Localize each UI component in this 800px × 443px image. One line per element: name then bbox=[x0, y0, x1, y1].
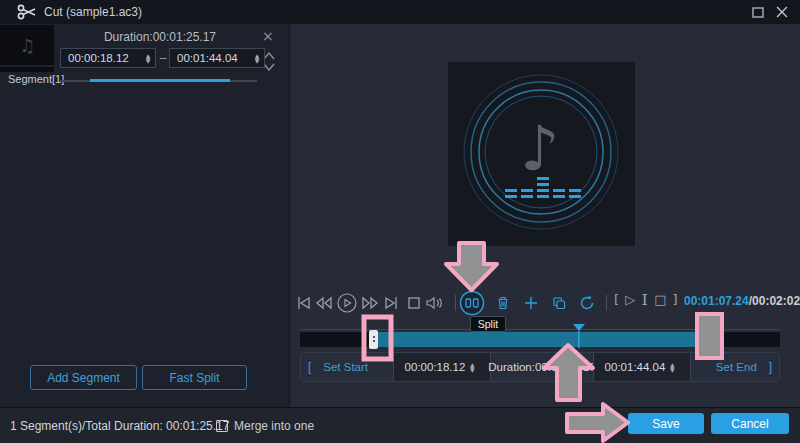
trash-icon bbox=[491, 291, 515, 315]
segment-end-value[interactable]: 00:01:44.04 bbox=[170, 52, 250, 64]
rewind-icon bbox=[315, 295, 333, 311]
segment-start-value[interactable]: 00:00:18.12 bbox=[61, 52, 141, 64]
fast-forward-icon bbox=[361, 295, 379, 311]
trim-end-stepper[interactable]: ▲ ▼ bbox=[665, 362, 679, 372]
timeline-start-handle[interactable] bbox=[369, 330, 378, 349]
timeline-selection[interactable] bbox=[373, 332, 696, 347]
audio-artwork: ♪ bbox=[448, 62, 635, 246]
total-time: /00:02:02.02 bbox=[749, 294, 800, 308]
fast-split-button[interactable]: Fast Split bbox=[142, 365, 247, 390]
scissors-icon bbox=[16, 3, 38, 21]
segment-label: Segment[1] bbox=[8, 73, 64, 85]
artwork-note-icon: ♪ bbox=[520, 112, 560, 185]
controls-separator bbox=[606, 295, 607, 311]
split-button[interactable] bbox=[459, 291, 485, 315]
skip-end-button[interactable] bbox=[382, 291, 400, 315]
segment-end-stepper[interactable]: ▲ ▼ bbox=[250, 53, 264, 63]
fast-split-label: Fast Split bbox=[169, 371, 219, 385]
trim-start-stepper[interactable]: ▲ ▼ bbox=[465, 362, 479, 372]
cancel-label: Cancel bbox=[731, 417, 768, 431]
set-start-button[interactable]: [ Set Start bbox=[301, 353, 393, 381]
trim-duration-label: Duration:00:01:25.17 bbox=[490, 353, 593, 381]
spin-down-icon[interactable]: ▼ bbox=[670, 367, 675, 372]
trim-bar: [ Set Start 00:00:18.12 ▲ ▼ Duration:00:… bbox=[300, 352, 780, 382]
add-segment-icon-button[interactable] bbox=[519, 291, 543, 315]
total-duration-summary: 1 Segment(s)/Total Duration: 00:01:25.17 bbox=[10, 419, 229, 433]
segment-editor-close-icon[interactable]: × bbox=[262, 28, 274, 44]
volume-icon bbox=[425, 295, 444, 311]
range-separator: – bbox=[157, 51, 169, 65]
save-label: Save bbox=[652, 417, 679, 431]
cancel-button[interactable]: Cancel bbox=[711, 413, 789, 434]
add-segment-button[interactable]: Add Segment bbox=[30, 365, 137, 390]
spin-down-icon[interactable]: ▼ bbox=[146, 58, 151, 63]
time-display: 00:01:07.24/00:02:02.02 bbox=[684, 294, 800, 308]
skip-start-button[interactable] bbox=[295, 291, 313, 315]
stop-icon bbox=[407, 296, 421, 310]
set-start-label: Set Start bbox=[323, 361, 368, 373]
trim-start-input[interactable]: 00:00:18.12 ▲ ▼ bbox=[393, 353, 490, 381]
close-icon bbox=[776, 6, 788, 18]
playhead[interactable] bbox=[571, 323, 587, 349]
volume-button[interactable] bbox=[424, 291, 444, 315]
copy-icon bbox=[547, 291, 571, 315]
segment-thumbnail[interactable]: ♫ bbox=[0, 25, 54, 65]
close-button[interactable] bbox=[772, 4, 792, 20]
spin-down-icon[interactable]: ▼ bbox=[470, 367, 475, 372]
thumbnail-strip bbox=[0, 67, 54, 72]
split-icon bbox=[459, 290, 485, 316]
timeline[interactable] bbox=[300, 329, 780, 347]
segment-progress-fill bbox=[90, 79, 230, 82]
set-end-button[interactable]: Set End ] bbox=[690, 353, 779, 381]
timeline-end-handle[interactable] bbox=[697, 330, 706, 349]
play-icon bbox=[337, 293, 357, 313]
trim-end-value[interactable]: 00:01:44.04 bbox=[605, 361, 666, 373]
merge-label: Merge into one bbox=[234, 419, 314, 433]
segment-duration-label: Duration:00:01:25.17 bbox=[60, 30, 260, 44]
trim-end-input[interactable]: 00:01:44.04 ▲ ▼ bbox=[593, 353, 690, 381]
trim-start-value[interactable]: 00:00:18.12 bbox=[405, 361, 466, 373]
maximize-button[interactable] bbox=[748, 4, 768, 20]
delete-segment-button[interactable] bbox=[491, 291, 515, 315]
footer: 1 Segment(s)/Total Duration: 00:01:25.17… bbox=[0, 407, 800, 443]
segment-start-input[interactable]: 00:00:18.12 ▲ ▼ bbox=[60, 48, 156, 68]
controls-separator bbox=[455, 295, 456, 311]
split-tooltip: Split bbox=[470, 316, 506, 332]
copy-segment-button[interactable] bbox=[547, 291, 571, 315]
maximize-icon bbox=[752, 7, 764, 18]
skip-start-icon bbox=[296, 295, 312, 311]
music-note-icon: ♫ bbox=[19, 35, 35, 56]
segment-list-panel: ♫ Segment[1] Duration:00:01:25.17 × 00:0… bbox=[0, 24, 290, 407]
merge-checkbox[interactable] bbox=[216, 420, 228, 432]
skip-end-icon bbox=[383, 295, 399, 311]
cut-dialog: Cut (sample1.ac3) ♫ Segment[1] Duration:… bbox=[0, 0, 800, 443]
spin-down-icon[interactable]: ▼ bbox=[255, 58, 260, 63]
reset-button[interactable] bbox=[575, 291, 599, 315]
set-end-label: Set End bbox=[716, 361, 757, 373]
trim-duration-value: Duration:00:01:25.17 bbox=[488, 361, 595, 373]
stop-button[interactable] bbox=[406, 291, 422, 315]
close-bracket: ] bbox=[769, 360, 772, 374]
reset-icon bbox=[575, 291, 599, 315]
plus-icon bbox=[519, 291, 543, 315]
audio-artwork-graphic: ♪ bbox=[448, 62, 635, 246]
preview-panel: ♪ bbox=[290, 24, 800, 407]
open-bracket: [ bbox=[308, 360, 311, 374]
current-time: 00:01:07.24 bbox=[684, 294, 749, 308]
segment-start-stepper[interactable]: ▲ ▼ bbox=[141, 53, 155, 63]
segment-end-input[interactable]: 00:01:44.04 ▲ ▼ bbox=[169, 48, 265, 68]
fast-forward-button[interactable] bbox=[360, 291, 380, 315]
titlebar: Cut (sample1.ac3) bbox=[0, 0, 800, 24]
save-button[interactable]: Save bbox=[628, 413, 704, 434]
window-title: Cut (sample1.ac3) bbox=[44, 5, 142, 19]
add-segment-label: Add Segment bbox=[47, 371, 120, 385]
stop-segment-button[interactable]: [ □ ] bbox=[643, 292, 679, 307]
rewind-button[interactable] bbox=[314, 291, 334, 315]
play-button[interactable] bbox=[336, 291, 358, 315]
split-tooltip-label: Split bbox=[478, 318, 498, 330]
